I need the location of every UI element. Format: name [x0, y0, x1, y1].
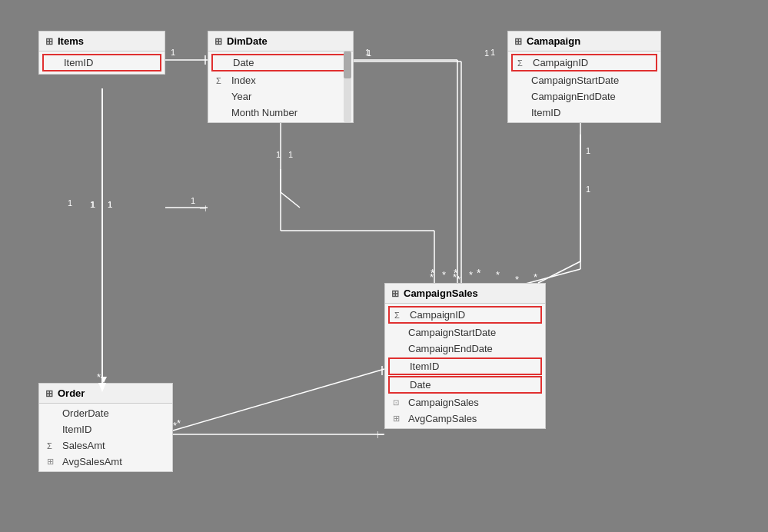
dimdate-table-header: ⊞ DimDate — [208, 32, 353, 52]
campaign-campaignid-icon: Σ — [517, 58, 528, 68]
items-table-body: ItemID — [39, 52, 165, 74]
campaign-campaignid-label: CampaignID — [533, 57, 588, 68]
svg-text:1: 1 — [484, 48, 489, 58]
svg-text:1: 1 — [586, 146, 590, 155]
campaign-startdate-label: CampaignStartDate — [531, 75, 619, 86]
dimdate-year-field[interactable]: Year — [208, 88, 353, 105]
svg-text:*: * — [496, 269, 500, 281]
svg-text:1: 1 — [108, 200, 112, 209]
svg-text:*: * — [477, 267, 481, 279]
order-table-icon: ⊞ — [45, 388, 53, 399]
cs-enddate-label: CampaignEndDate — [408, 343, 493, 354]
campaign-enddate-field[interactable]: CampaignEndDate — [508, 88, 660, 105]
cs-avgcampsales-label: AvgCampSales — [408, 413, 477, 424]
svg-text:1: 1 — [365, 48, 370, 57]
cs-campaignsales-field[interactable]: ⊡ CampaignSales — [385, 394, 545, 411]
svg-text:*: * — [442, 269, 446, 281]
dimdate-index-field[interactable]: Σ Index — [208, 72, 353, 88]
cs-campaignid-field[interactable]: Σ CampaignID — [388, 306, 542, 324]
campaign-itemid-field[interactable]: ItemID — [508, 105, 660, 121]
svg-text:*: * — [173, 420, 177, 431]
svg-text:1: 1 — [288, 150, 293, 159]
svg-text:1: 1 — [276, 150, 281, 159]
svg-text:*: * — [430, 271, 434, 283]
svg-line-25 — [281, 192, 300, 208]
svg-text:1: 1 — [171, 48, 175, 57]
svg-text:1: 1 — [91, 200, 95, 209]
svg-line-48 — [173, 369, 384, 431]
dimdate-table-icon: ⊞ — [214, 36, 222, 47]
order-avgsalesamt-icon: ⊞ — [47, 457, 58, 467]
cs-enddate-field[interactable]: CampaignEndDate — [385, 341, 545, 357]
order-table: ⊞ Order OrderDate ItemID Σ SalesAmt ⊞ Av… — [38, 383, 173, 472]
items-table-header: ⊞ Items — [39, 32, 165, 52]
campaign-table-body: Σ CampaignID CampaignStartDate CampaignE… — [508, 52, 660, 122]
cs-campaignsales-icon: ⊡ — [393, 398, 404, 407]
order-itemid-label: ItemID — [62, 424, 91, 435]
svg-line-13 — [523, 269, 580, 284]
cs-campaignid-icon: Σ — [394, 311, 405, 320]
svg-text:1: 1 — [90, 200, 95, 209]
dimdate-index-icon: Σ — [216, 76, 227, 85]
campaign-table-icon: ⊞ — [514, 36, 522, 47]
dimdate-table-body: Date Σ Index Year Month Number — [208, 52, 353, 122]
order-itemid-field[interactable]: ItemID — [39, 421, 172, 437]
svg-text:1: 1 — [586, 185, 590, 194]
svg-text:*: * — [469, 269, 473, 281]
svg-text:*: * — [453, 271, 457, 283]
items-itemid-label: ItemID — [64, 57, 93, 68]
cs-itemid-label: ItemID — [410, 361, 439, 372]
dimdate-date-label: Date — [233, 57, 254, 68]
cs-campaignsales-label: CampaignSales — [408, 397, 479, 408]
cs-startdate-field[interactable]: CampaignStartDate — [385, 324, 545, 341]
campaignsales-table-icon: ⊞ — [391, 288, 399, 299]
svg-text:⊣: ⊣ — [199, 204, 207, 213]
order-salesamt-label: SalesAmt — [62, 440, 105, 451]
items-table-icon: ⊞ — [45, 36, 53, 47]
svg-line-45 — [538, 261, 580, 283]
dimdate-table: ⊞ DimDate Date Σ Index Year Month Number — [208, 31, 354, 123]
dimdate-year-label: Year — [231, 91, 251, 102]
campaign-enddate-label: CampaignEndDate — [531, 91, 616, 102]
dimdate-date-field[interactable]: Date — [211, 54, 350, 71]
items-table-title: Items — [58, 35, 84, 47]
svg-text:1: 1 — [68, 198, 72, 208]
svg-text:*: * — [454, 267, 458, 279]
cs-date-field[interactable]: Date — [388, 376, 542, 394]
svg-text:1: 1 — [191, 196, 195, 205]
svg-text:⊢: ⊢ — [377, 431, 384, 440]
dimdate-table-title: DimDate — [227, 35, 268, 47]
cs-campaignid-label: CampaignID — [410, 309, 465, 321]
dimdate-monthnumber-label: Month Number — [231, 107, 298, 118]
campaignsales-table: ⊞ CampaignSales Σ CampaignID CampaignSta… — [384, 283, 546, 429]
campaignsales-table-title: CampaignSales — [404, 288, 478, 299]
order-avgsalesamt-field[interactable]: ⊞ AvgSalesAmt — [39, 454, 172, 470]
campaign-table: ⊞ Camapaign Σ CampaignID CampaignStartDa… — [507, 31, 661, 123]
dimdate-monthnumber-field[interactable]: Month Number — [208, 105, 353, 121]
cs-avgcampsales-icon: ⊞ — [393, 414, 404, 424]
svg-text:*: * — [431, 267, 435, 279]
order-avgsalesamt-label: AvgSalesAmt — [62, 456, 122, 467]
svg-text:1: 1 — [108, 200, 112, 209]
svg-text:1: 1 — [367, 48, 371, 58]
items-itemid-field[interactable]: ItemID — [42, 54, 161, 71]
campaign-campaignid-field[interactable]: Σ CampaignID — [511, 54, 657, 71]
cs-itemid-field[interactable]: ItemID — [388, 357, 542, 375]
campaign-itemid-label: ItemID — [531, 107, 560, 118]
dimdate-index-label: Index — [231, 75, 256, 86]
order-table-body: OrderDate ItemID Σ SalesAmt ⊞ AvgSalesAm… — [39, 404, 172, 471]
order-table-header: ⊞ Order — [39, 384, 172, 404]
campaignsales-table-body: Σ CampaignID CampaignStartDate CampaignE… — [385, 304, 545, 428]
order-orderdate-field[interactable]: OrderDate — [39, 405, 172, 421]
svg-text:*: * — [177, 417, 181, 429]
items-table: ⊞ Items ItemID — [38, 31, 165, 75]
svg-text:*: * — [534, 271, 537, 283]
order-salesamt-field[interactable]: Σ SalesAmt — [39, 437, 172, 454]
svg-text:1: 1 — [490, 48, 495, 57]
campaign-startdate-field[interactable]: CampaignStartDate — [508, 72, 660, 88]
campaignsales-table-header: ⊞ CampaignSales — [385, 284, 545, 304]
order-salesamt-icon: Σ — [47, 441, 58, 451]
cs-avgcampsales-field[interactable]: ⊞ AvgCampSales — [385, 411, 545, 427]
order-table-title: Order — [58, 387, 85, 399]
cs-date-label: Date — [410, 379, 431, 391]
